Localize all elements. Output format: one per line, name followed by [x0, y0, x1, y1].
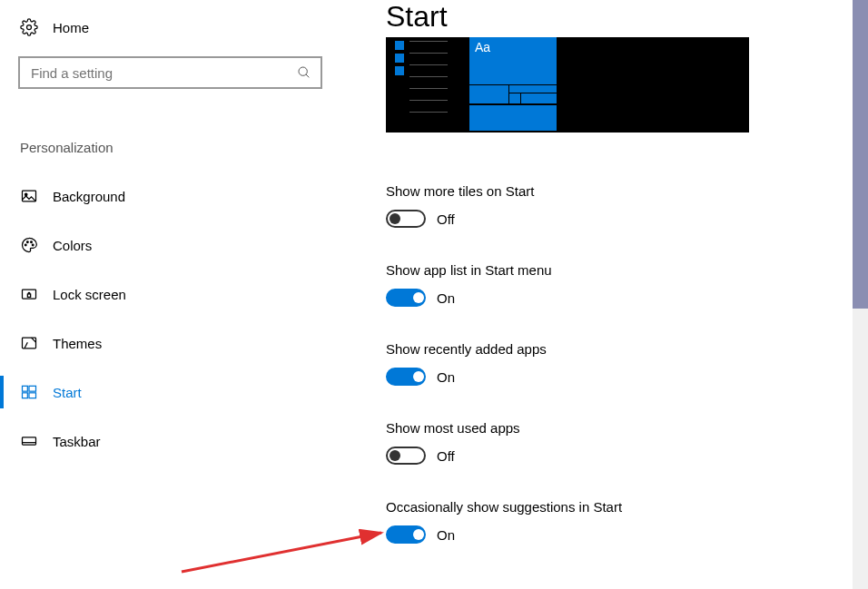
- taskbar-icon: [18, 430, 40, 452]
- home-label: Home: [53, 20, 89, 35]
- sidebar-item-lockscreen[interactable]: Lock screen: [0, 270, 340, 319]
- setting-suggestions: Occasionally show suggestions in Start O…: [386, 499, 868, 544]
- palette-icon: [18, 234, 40, 256]
- start-preview: Aa: [386, 37, 749, 133]
- sidebar-item-label: Colors: [53, 238, 92, 253]
- setting-most-used: Show most used apps Off: [386, 420, 868, 465]
- sidebar-item-start[interactable]: Start: [0, 368, 340, 417]
- toggle-state: On: [437, 527, 455, 543]
- setting-label: Show more tiles on Start: [386, 183, 868, 199]
- sidebar-item-taskbar[interactable]: Taskbar: [0, 417, 340, 466]
- setting-more-tiles: Show more tiles on Start Off: [386, 183, 868, 228]
- svg-rect-15: [29, 393, 36, 398]
- toggle-more-tiles[interactable]: [386, 210, 426, 228]
- toggle-most-used[interactable]: [386, 447, 426, 465]
- lockscreen-icon: [18, 283, 40, 305]
- setting-label: Show app list in Start menu: [386, 262, 868, 278]
- preview-aa: Aa: [475, 40, 490, 54]
- svg-rect-11: [23, 338, 36, 348]
- sidebar-item-background[interactable]: Background: [0, 172, 340, 221]
- toggle-suggestions[interactable]: [386, 525, 426, 544]
- toggle-state: Off: [437, 448, 455, 464]
- svg-point-6: [27, 241, 29, 243]
- setting-recently-added: Show recently added apps On: [386, 341, 868, 386]
- toggle-recently-added[interactable]: [386, 368, 426, 386]
- sidebar-item-label: Background: [53, 189, 125, 204]
- svg-point-0: [27, 25, 32, 30]
- svg-point-5: [25, 244, 26, 246]
- scrollbar-track[interactable]: [853, 0, 868, 589]
- main-panel: Start Aa Show more tiles on Start Off: [340, 0, 868, 589]
- sidebar-item-label: Start: [53, 385, 82, 400]
- sidebar-item-label: Lock screen: [53, 287, 126, 302]
- themes-icon: [18, 332, 40, 354]
- svg-rect-13: [29, 386, 36, 391]
- svg-rect-12: [23, 386, 28, 391]
- picture-icon: [18, 185, 40, 207]
- setting-label: Show most used apps: [386, 420, 868, 436]
- setting-label: Show recently added apps: [386, 341, 868, 357]
- toggle-state: On: [437, 290, 455, 306]
- search-icon: [297, 65, 311, 80]
- svg-rect-10: [27, 294, 30, 297]
- section-label: Personalization: [20, 140, 340, 155]
- setting-label: Occasionally show suggestions in Start: [386, 499, 868, 515]
- sidebar: Home Personalization Background: [0, 0, 340, 589]
- setting-app-list: Show app list in Start menu On: [386, 262, 868, 307]
- sidebar-item-themes[interactable]: Themes: [0, 319, 340, 368]
- scrollbar-thumb[interactable]: [853, 0, 868, 309]
- svg-point-1: [299, 67, 307, 75]
- search-box[interactable]: [18, 56, 322, 89]
- toggle-state: On: [437, 369, 455, 385]
- svg-rect-14: [23, 393, 28, 398]
- sidebar-item-label: Themes: [53, 336, 102, 351]
- sidebar-item-colors[interactable]: Colors: [0, 221, 340, 270]
- start-icon: [18, 381, 40, 403]
- page-title: Start: [386, 0, 868, 34]
- svg-line-2: [306, 74, 309, 77]
- svg-point-8: [32, 244, 34, 246]
- gear-icon: [18, 16, 40, 38]
- svg-rect-16: [23, 437, 36, 445]
- home-button[interactable]: Home: [0, 9, 340, 45]
- svg-point-7: [31, 241, 33, 243]
- sidebar-item-label: Taskbar: [53, 434, 101, 449]
- toggle-state: Off: [437, 211, 455, 227]
- toggle-app-list[interactable]: [386, 289, 426, 307]
- search-input[interactable]: [29, 64, 297, 82]
